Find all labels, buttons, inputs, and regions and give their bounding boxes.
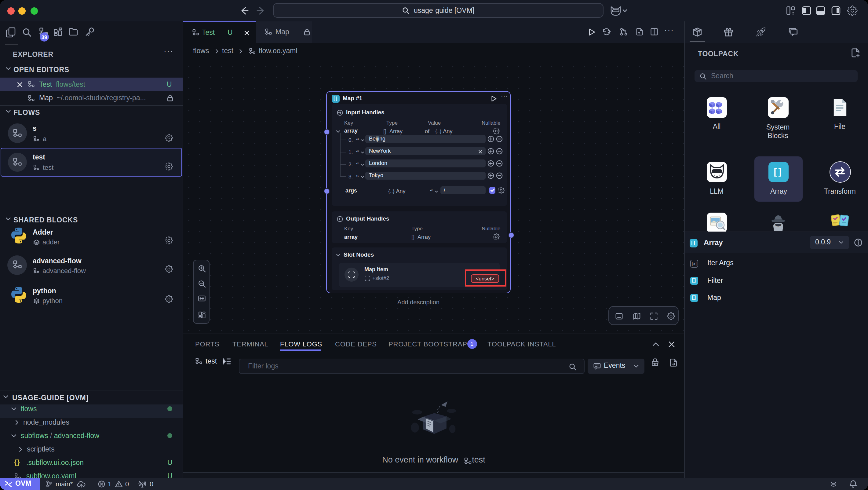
svg-text:“: “ (430, 189, 432, 194)
svg-text:“: “ (356, 162, 359, 167)
svg-text:“: “ (356, 150, 359, 155)
svg-text:“: “ (356, 137, 359, 143)
svg-text:“: “ (356, 174, 359, 180)
